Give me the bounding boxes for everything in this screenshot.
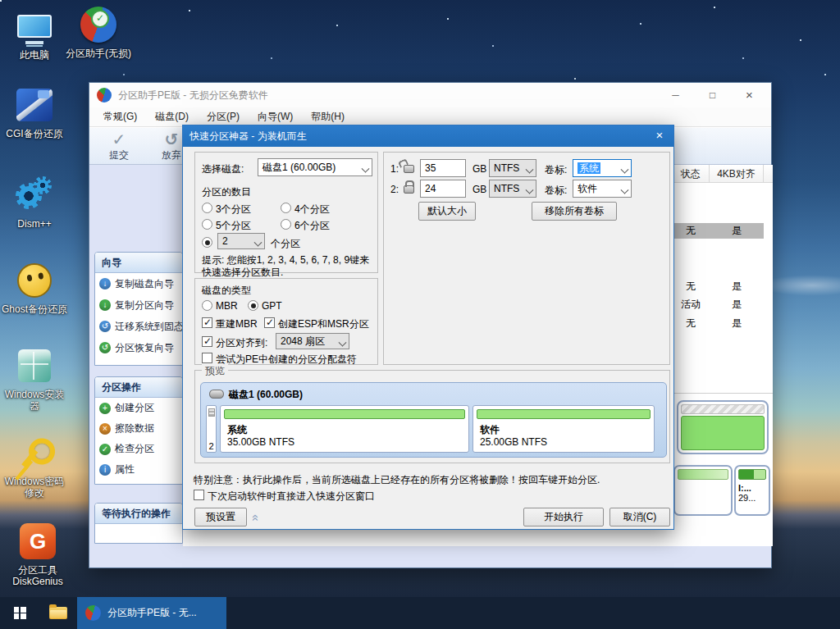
radio-5-partitions[interactable] bbox=[202, 219, 212, 230]
partition-block[interactable] bbox=[673, 465, 733, 516]
sidebar-item-copy-partition-wizard[interactable]: ↓ 复制分区向导 bbox=[95, 294, 182, 316]
disk-type-groupbox: 磁盘的类型 MBR GPT 重建MBR 创建ESP和MSR分区 分区对齐到: 2… bbox=[194, 278, 378, 365]
menu-disk[interactable]: 磁盘(D) bbox=[146, 110, 198, 124]
disk-block-large[interactable] bbox=[677, 400, 769, 454]
taskbar-active-task[interactable]: 分区助手PE版 - 无... bbox=[77, 597, 226, 629]
cancel-button[interactable]: 取消(C) bbox=[609, 508, 670, 526]
chevron-down-icon bbox=[618, 162, 631, 175]
column-header-4kb[interactable]: 4KB对齐 bbox=[710, 165, 764, 183]
checkbox-rebuild-mbr[interactable] bbox=[202, 317, 212, 328]
menu-help[interactable]: 帮助(H) bbox=[302, 110, 354, 124]
partition-1-unit: GB bbox=[472, 163, 486, 175]
partition-index-box: 2 bbox=[206, 405, 217, 453]
radio-6-partitions[interactable] bbox=[281, 219, 291, 230]
desktop-icon-cgi-backup[interactable]: CGI备份还原 bbox=[0, 84, 69, 139]
radio-mbr[interactable] bbox=[202, 300, 212, 311]
usage-bar bbox=[678, 469, 728, 480]
radio-gpt[interactable] bbox=[248, 300, 258, 311]
stars-decoration bbox=[0, 0, 2, 2]
partition-1-index: 1: bbox=[390, 163, 399, 175]
sidebar-item-partition-recovery[interactable]: ↺ 分区恢复向导 bbox=[95, 337, 182, 358]
checkbox-assign-drive-letter[interactable] bbox=[202, 353, 212, 363]
sidebar-item-migrate-system[interactable]: ↺ 迁移系统到固态硬盘 bbox=[95, 316, 182, 337]
desktop-icon-partition-assistant[interactable]: 分区助手(无损) bbox=[64, 3, 133, 59]
mini-list-icon bbox=[208, 408, 215, 417]
checkbox-open-quick-partition-next-time[interactable] bbox=[194, 490, 204, 500]
desktop-icon-dism[interactable]: Dism++ bbox=[0, 174, 69, 230]
chevron-down-icon bbox=[358, 162, 372, 174]
disk-icon bbox=[209, 390, 224, 399]
dialog-close-icon[interactable]: × bbox=[646, 125, 673, 147]
down-arrow-icon: ↓ bbox=[99, 278, 111, 289]
desktop-icon-label: 分区助手(无损) bbox=[64, 48, 133, 59]
desktop-icon-this-pc[interactable]: 此电脑 bbox=[0, 5, 69, 61]
radio-4-partitions[interactable] bbox=[281, 203, 291, 213]
sidebar-item-check-partition[interactable]: ✓ 检查分区 bbox=[95, 439, 182, 459]
lock-icon[interactable] bbox=[404, 185, 414, 194]
menu-general[interactable]: 常规(G) bbox=[94, 110, 146, 124]
radio-3-partitions[interactable] bbox=[202, 203, 212, 213]
close-button[interactable]: × bbox=[731, 83, 768, 107]
align-sector-dropdown[interactable]: 2048 扇区 bbox=[276, 333, 349, 349]
checkbox-create-esp-msr[interactable] bbox=[264, 317, 275, 328]
custom-count-suffix: 个分区 bbox=[271, 237, 300, 251]
file-explorer-button[interactable] bbox=[39, 597, 77, 629]
partition-2-label-combo[interactable]: 软件 bbox=[573, 180, 632, 198]
radio-custom-count[interactable] bbox=[202, 237, 212, 248]
chevron-down-icon bbox=[336, 335, 349, 348]
custom-count-dropdown[interactable]: 2 bbox=[217, 233, 265, 249]
usage-bar bbox=[738, 469, 766, 480]
partition-1-size-input[interactable] bbox=[420, 159, 466, 177]
desktop-icon-windows-installer[interactable]: Windows安装器 bbox=[0, 344, 69, 412]
menu-partition[interactable]: 分区(P) bbox=[198, 110, 249, 124]
free-space-bar bbox=[477, 409, 651, 419]
desktop-icon-label: Dism++ bbox=[0, 218, 69, 230]
collapse-chevrons-icon[interactable]: « bbox=[249, 514, 263, 519]
disk-select-label: 选择磁盘: bbox=[202, 162, 244, 176]
cycle-arrow-icon: ↺ bbox=[99, 342, 111, 353]
submit-button[interactable]: ✓ 提交 bbox=[98, 130, 140, 162]
start-button[interactable] bbox=[0, 597, 39, 629]
free-space-bar bbox=[224, 409, 465, 419]
sidebar-item-copy-disk-wizard[interactable]: ↓ 复制磁盘向导 bbox=[95, 273, 182, 294]
taskbar: 分区助手PE版 - 无... bbox=[0, 597, 840, 629]
sidebar-item-properties[interactable]: i 属性 bbox=[95, 459, 182, 480]
pending-ops-panel: 等待执行的操作 bbox=[94, 503, 183, 544]
minimize-button[interactable]: ─ bbox=[657, 83, 694, 107]
column-header-status[interactable]: 状态 bbox=[672, 165, 710, 183]
execute-button[interactable]: 开始执行 bbox=[523, 508, 604, 526]
hint-text: 提示: 您能按1, 2, 3, 4, 5, 6, 7, 8, 9键来 快速选择分… bbox=[202, 254, 369, 279]
folder-icon bbox=[49, 607, 67, 619]
desktop-icon-label: Windows安装器 bbox=[0, 389, 69, 412]
used-space-stripes bbox=[681, 404, 765, 414]
info-icon: i bbox=[99, 464, 111, 476]
sidebar-item-create-partition[interactable]: + 创建分区 bbox=[95, 398, 182, 418]
partition-block-i-drive[interactable]: I:... 29... bbox=[734, 465, 770, 516]
partition-1-label-combo[interactable]: 系统 bbox=[573, 159, 632, 177]
desktop-icon-label: CGI备份还原 bbox=[0, 128, 69, 139]
menu-wizard[interactable]: 向导(W) bbox=[249, 110, 302, 124]
desktop-icon-windows-password[interactable]: Windows密码修改 bbox=[0, 431, 69, 499]
preview-groupbox: 预览 磁盘1 (60.00GB) 2 系统 35.00GB NTFS bbox=[194, 370, 670, 463]
remove-labels-button[interactable]: 移除所有卷标 bbox=[532, 202, 617, 221]
cycle-arrow-icon: ↺ bbox=[99, 321, 111, 332]
partition-2-size-input[interactable] bbox=[420, 180, 466, 198]
disk-select-dropdown[interactable]: 磁盘1 (60.00GB) bbox=[258, 158, 372, 176]
checkbox-partition-align[interactable] bbox=[202, 336, 212, 347]
unlock-icon[interactable] bbox=[404, 165, 414, 173]
partition-1-fs-dropdown[interactable]: NTFS bbox=[489, 159, 536, 177]
desktop-icon-label: 分区工具 DiskGenius bbox=[0, 564, 75, 587]
partition-2-fs-dropdown[interactable]: NTFS bbox=[489, 180, 536, 198]
windows-installer-icon bbox=[18, 349, 51, 382]
default-size-button[interactable]: 默认大小 bbox=[418, 202, 476, 221]
preset-button[interactable]: 预设置 bbox=[194, 508, 247, 526]
check-icon: ✓ bbox=[99, 444, 111, 455]
partition-ops-title: 分区操作 bbox=[95, 377, 182, 398]
quick-partition-dialog: 快速分区神器 - 为装机而生 × 选择磁盘: 磁盘1 (60.00GB) 分区的… bbox=[182, 125, 674, 530]
app-pie-icon bbox=[85, 605, 101, 621]
maximize-button[interactable]: □ bbox=[694, 83, 731, 107]
desktop-icon-diskgenius[interactable]: G 分区工具 DiskGenius bbox=[0, 520, 75, 587]
sidebar-item-wipe-data[interactable]: × 擦除数据 bbox=[95, 418, 182, 439]
desktop-icon-ghost-backup[interactable]: Ghost备份还原 bbox=[0, 259, 69, 315]
chevron-down-icon bbox=[618, 183, 631, 195]
